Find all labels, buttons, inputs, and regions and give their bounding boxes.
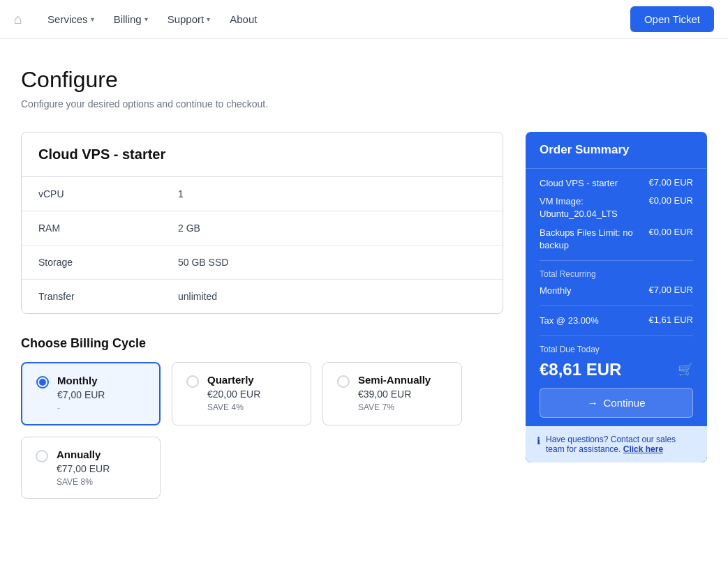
continue-arrow-icon: → — [587, 397, 597, 409]
spec-label-storage: Storage — [38, 257, 178, 268]
page-title: Configure — [21, 67, 707, 93]
spec-value-ram: 2 GB — [178, 223, 200, 234]
navbar: ⌂ Services ▾ Billing ▾ Support ▾ About O… — [0, 0, 728, 39]
divider-1 — [540, 260, 693, 261]
summary-value-monthly: €7,00 EUR — [648, 285, 693, 295]
spec-value-transfer: unlimited — [178, 291, 217, 302]
nav-links: Services ▾ Billing ▾ Support ▾ About — [39, 8, 630, 31]
total-due-value: €8,61 EUR — [540, 360, 621, 379]
radio-semi-annually[interactable] — [337, 375, 350, 388]
spec-label-vcpu: vCPU — [38, 188, 178, 199]
page-container: Configure Configure your desired options… — [0, 39, 728, 527]
billing-option-monthly[interactable]: Monthly €7,00 EUR - — [21, 362, 161, 425]
spec-label-transfer: Transfer — [38, 291, 178, 302]
configure-main: Cloud VPS - starter vCPU 1 RAM 2 GB Stor… — [21, 132, 503, 499]
radio-monthly[interactable] — [36, 376, 49, 389]
radio-quarterly[interactable] — [186, 375, 199, 388]
billing-price-quarterly: €20,00 EUR — [207, 389, 297, 400]
total-due-amount: €8,61 EUR 🛒 — [540, 360, 693, 379]
spec-row-vcpu: vCPU 1 — [22, 177, 503, 211]
continue-label: Continue — [603, 397, 645, 409]
billing-name-monthly: Monthly — [57, 375, 145, 386]
configure-layout: Cloud VPS - starter vCPU 1 RAM 2 GB Stor… — [21, 132, 707, 499]
order-summary: Order Summary Cloud VPS - starter €7,00 … — [526, 132, 707, 462]
continue-button[interactable]: → Continue — [540, 388, 693, 418]
spec-value-vcpu: 1 — [178, 188, 184, 199]
billing-option-semi-annually[interactable]: Semi-Annually €39,00 EUR SAVE 7% — [322, 362, 462, 425]
radio-annually[interactable] — [36, 450, 48, 462]
chevron-down-icon: ▾ — [91, 15, 94, 23]
billing-name-quarterly: Quarterly — [207, 374, 297, 386]
billing-option-annually[interactable]: Annually €77,00 EUR SAVE 8% — [21, 437, 161, 499]
billing-save-quarterly: SAVE 4% — [207, 402, 297, 412]
chevron-down-icon: ▾ — [144, 15, 148, 23]
open-ticket-button[interactable]: Open Ticket — [630, 6, 714, 32]
billing-price-semi-annually: €39,00 EUR — [358, 389, 447, 400]
summary-value-tax: €1,61 EUR — [648, 315, 693, 325]
summary-label-backups: Backups Files Limit: no backup — [540, 227, 648, 252]
billing-save-monthly: - — [57, 403, 145, 413]
product-name: Cloud VPS - starter — [22, 133, 503, 177]
help-link[interactable]: Click here — [623, 444, 663, 454]
divider-2 — [540, 306, 693, 306]
total-due-label: Total Due Today — [540, 345, 693, 354]
billing-cycle-title: Choose Billing Cycle — [21, 336, 503, 351]
product-card: Cloud VPS - starter vCPU 1 RAM 2 GB Stor… — [21, 132, 503, 314]
nav-item-billing[interactable]: Billing ▾ — [105, 8, 156, 31]
summary-label-monthly: Monthly — [540, 285, 648, 297]
billing-option-quarterly[interactable]: Quarterly €20,00 EUR SAVE 4% — [172, 362, 311, 425]
billing-name-annually: Annually — [57, 448, 146, 460]
billing-save-semi-annually: SAVE 7% — [358, 402, 447, 412]
summary-value-vm-image: €0,00 EUR — [648, 195, 693, 206]
summary-label-vm-image: VM Image: Ubuntu_20.04_LTS — [540, 195, 648, 220]
total-recurring-label: Total Recurring — [540, 269, 693, 279]
spec-row-storage: Storage 50 GB SSD — [22, 246, 503, 280]
spec-row-transfer: Transfer unlimited — [22, 280, 503, 313]
summary-row-vm-image: VM Image: Ubuntu_20.04_LTS €0,00 EUR — [540, 195, 693, 220]
info-icon: ℹ — [537, 435, 540, 446]
nav-item-support[interactable]: Support ▾ — [159, 8, 219, 31]
chevron-down-icon: ▾ — [207, 15, 210, 23]
divider-3 — [540, 336, 693, 336]
shopping-cart-icon: 🛒 — [678, 362, 693, 377]
billing-price-monthly: €7,00 EUR — [57, 389, 145, 400]
home-icon[interactable]: ⌂ — [14, 11, 22, 27]
nav-item-about[interactable]: About — [221, 8, 265, 31]
summary-value-product: €7,00 EUR — [648, 177, 693, 188]
radio-dot-monthly — [39, 379, 46, 386]
summary-row-monthly: Monthly €7,00 EUR — [540, 285, 693, 297]
order-summary-body: Cloud VPS - starter €7,00 EUR VM Image: … — [526, 169, 707, 426]
page-subtitle: Configure your desired options and conti… — [21, 98, 707, 110]
summary-row-tax: Tax @ 23.00% €1,61 EUR — [540, 315, 693, 327]
billing-save-annually: SAVE 8% — [57, 477, 146, 487]
summary-value-backups: €0,00 EUR — [648, 227, 693, 237]
summary-label-product: Cloud VPS - starter — [540, 177, 648, 190]
billing-name-semi-annually: Semi-Annually — [358, 374, 447, 386]
billing-options: Monthly €7,00 EUR - Quarterly €20,00 EUR… — [21, 362, 503, 499]
summary-label-tax: Tax @ 23.00% — [540, 315, 648, 327]
nav-item-services[interactable]: Services ▾ — [39, 8, 103, 31]
help-box: ℹ Have questions? Contact our sales team… — [526, 426, 707, 462]
billing-price-annually: €77,00 EUR — [57, 463, 146, 474]
spec-value-storage: 50 GB SSD — [178, 257, 228, 268]
summary-row-backups: Backups Files Limit: no backup €0,00 EUR — [540, 227, 693, 252]
spec-label-ram: RAM — [38, 223, 178, 234]
summary-row-product: Cloud VPS - starter €7,00 EUR — [540, 177, 693, 190]
spec-row-ram: RAM 2 GB — [22, 211, 503, 246]
billing-cycle-section: Choose Billing Cycle Monthly €7,00 EUR - — [21, 336, 503, 499]
order-summary-title: Order Summary — [526, 132, 707, 169]
